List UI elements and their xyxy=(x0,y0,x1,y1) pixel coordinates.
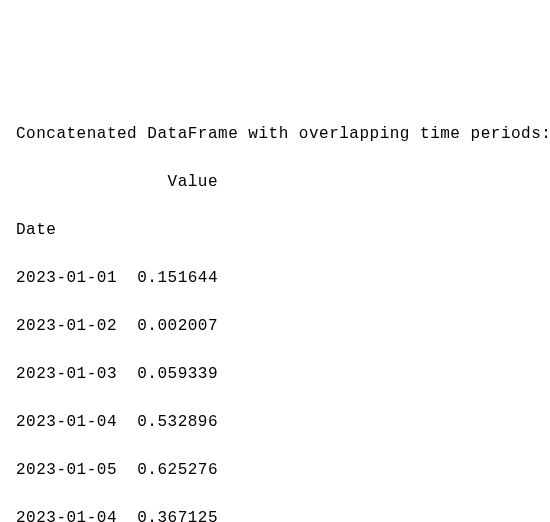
date-cell: 2023-01-05 xyxy=(16,461,117,479)
table-row: 2023-01-04 0.532896 xyxy=(16,410,550,434)
value-cell: 0.625276 xyxy=(137,461,218,479)
date-cell: 2023-01-04 xyxy=(16,509,117,522)
value-cell: 0.002007 xyxy=(137,317,218,335)
table-row: 2023-01-05 0.625276 xyxy=(16,458,550,482)
value-cell: 0.059339 xyxy=(137,365,218,383)
date-cell: 2023-01-03 xyxy=(16,365,117,383)
value-cell: 0.532896 xyxy=(137,413,218,431)
table-row: 2023-01-02 0.002007 xyxy=(16,314,550,338)
value-cell: 0.151644 xyxy=(137,269,218,287)
date-cell: 2023-01-04 xyxy=(16,413,117,431)
table-row: 2023-01-01 0.151644 xyxy=(16,266,550,290)
date-cell: 2023-01-02 xyxy=(16,317,117,335)
table-row: 2023-01-04 0.367125 xyxy=(16,506,550,522)
table-row: 2023-01-03 0.059339 xyxy=(16,362,550,386)
value-cell: 0.367125 xyxy=(137,509,218,522)
block1-heading: Concatenated DataFrame with overlapping … xyxy=(16,122,550,146)
block1-index-label: Date xyxy=(16,218,550,242)
output-block-1: Concatenated DataFrame with overlapping … xyxy=(16,98,550,522)
block1-col-header: Value xyxy=(16,170,550,194)
date-cell: 2023-01-01 xyxy=(16,269,117,287)
